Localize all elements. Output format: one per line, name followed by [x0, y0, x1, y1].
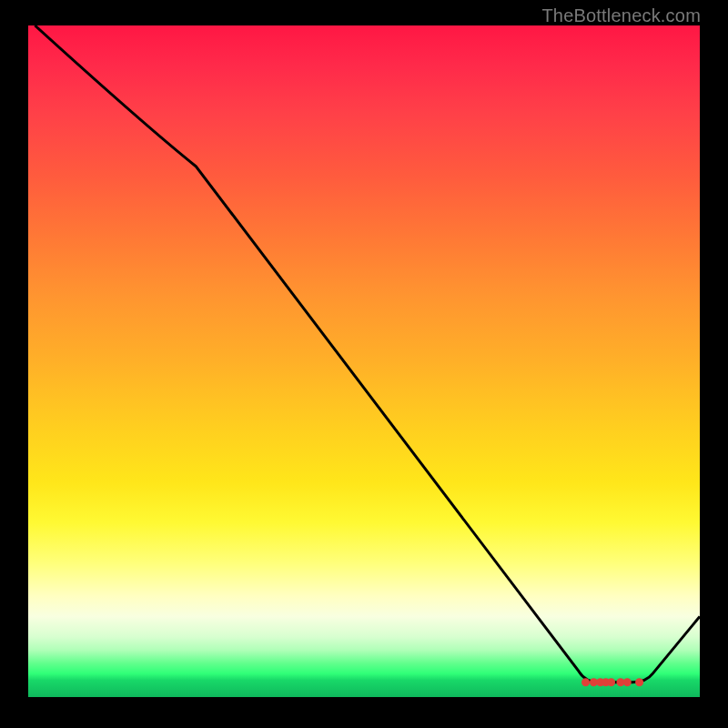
- watermark-text: TheBottleneck.com: [541, 5, 701, 26]
- chart-plot-area: [28, 25, 700, 697]
